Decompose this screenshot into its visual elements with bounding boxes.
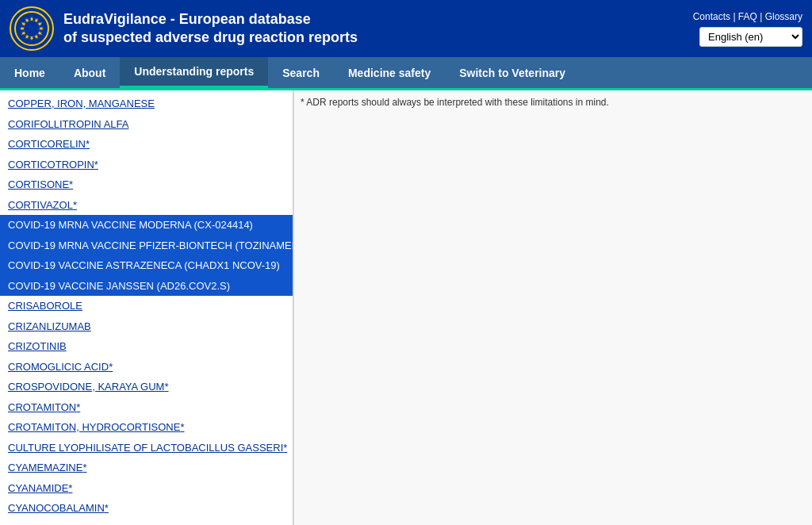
list-item[interactable]: CYANOCOBALAMIN* xyxy=(0,498,293,519)
list-item[interactable]: CRIZANLIZUMAB xyxy=(0,316,293,337)
list-item-text: CULTURE LYOPHILISATE OF LACTOBACILLUS GA… xyxy=(8,442,283,454)
list-item-text: COVID-19 MRNA VACCINE MODERNA (CX-024414… xyxy=(8,219,253,231)
list-item-suffix: * xyxy=(164,381,168,393)
list-item[interactable]: COVID-19 VACCINE ASTRAZENECA (CHADX1 NCO… xyxy=(0,255,293,276)
list-item-text: CROTAMITON, HYDROCORTISONE xyxy=(8,421,180,433)
list-item-text: COVID-19 VACCINE ASTRAZENECA (CHADX1 NCO… xyxy=(8,259,280,271)
list-item-suffix: * xyxy=(283,442,287,454)
list-item-text: CORTICOTROPIN xyxy=(8,159,94,171)
list-item-suffix: * xyxy=(109,361,113,373)
list-item[interactable]: COVID-19 MRNA VACCINE MODERNA (CX-024414… xyxy=(0,215,293,236)
list-item[interactable]: COVID-19 VACCINE JANSSEN (AD26.COV2.S) xyxy=(0,276,293,297)
nav-medicine-safety[interactable]: Medicine safety xyxy=(334,57,445,88)
list-item-text: CORIFOLLITROPIN ALFA xyxy=(8,118,128,130)
right-panel: * ADR reports should always be interpret… xyxy=(293,90,812,525)
list-item-suffix: * xyxy=(73,199,77,211)
list-item[interactable]: CYANOCOBALAMIN, DEXAMETHASONE, KEBUZONE,… xyxy=(0,519,293,526)
list-item[interactable]: CULTURE LYOPHILISATE OF LACTOBACILLUS GA… xyxy=(0,438,293,458)
list-item[interactable]: CROSPOVIDONE, KARAYA GUM* xyxy=(0,377,293,397)
list-item-suffix: * xyxy=(69,178,73,190)
list-item-text: CYAMEMAZINE xyxy=(8,462,82,473)
list-item[interactable]: CORTISONE* xyxy=(0,174,293,195)
list-item-text: CRISABOROLE xyxy=(8,300,82,312)
main-nav: Home About Understanding reports Search … xyxy=(0,57,812,90)
list-item[interactable]: CORTICOTROPIN* xyxy=(0,155,293,175)
header-title: EudraVigilance - European database of su… xyxy=(63,10,358,48)
list-item[interactable]: CROTAMITON, HYDROCORTISONE* xyxy=(0,417,293,438)
header-right: Contacts | FAQ | Glossary English (en) xyxy=(693,11,802,47)
eu-logo xyxy=(10,6,54,51)
nav-understanding-reports[interactable]: Understanding reports xyxy=(120,57,268,88)
list-item-text: COVID-19 MRNA VACCINE PFIZER-BIONTECH (T… xyxy=(8,240,293,251)
list-item-text: CYANAMIDE xyxy=(8,482,68,494)
list-item[interactable]: COPPER, IRON, MANGANESE xyxy=(0,94,293,114)
list-item-text: CROTAMITON xyxy=(8,401,76,413)
list-item-text: CYANOCOBALAMIN xyxy=(8,502,105,514)
nav-about[interactable]: About xyxy=(59,57,120,88)
list-item-text: COVID-19 VACCINE JANSSEN (AD26.COV2.S) xyxy=(8,280,230,292)
list-item-suffix: * xyxy=(76,401,80,413)
faq-link[interactable]: FAQ xyxy=(738,11,757,22)
list-item-text: CROMOGLICIC ACID xyxy=(8,361,109,373)
list-item-suffix: * xyxy=(86,138,90,150)
contacts-link[interactable]: Contacts xyxy=(693,11,730,22)
main-container: COPPER, IRON, MANGANESECORIFOLLITROPIN A… xyxy=(0,90,812,525)
header-left: EudraVigilance - European database of su… xyxy=(10,6,358,51)
list-item[interactable]: CYAMEMAZINE* xyxy=(0,458,293,478)
list-item-text: CRIZANLIZUMAB xyxy=(8,320,91,332)
page-header: EudraVigilance - European database of su… xyxy=(0,0,812,57)
nav-home[interactable]: Home xyxy=(0,57,59,88)
list-item[interactable]: COVID-19 MRNA VACCINE PFIZER-BIONTECH (T… xyxy=(0,236,293,256)
list-item[interactable]: CORTIVAZOL* xyxy=(0,195,293,216)
nav-switch-veterinary[interactable]: Switch to Veterinary xyxy=(445,57,580,88)
list-item-suffix: * xyxy=(82,462,86,473)
list-item-text: CRIZOTINIB xyxy=(8,340,67,352)
language-select[interactable]: English (en) xyxy=(699,27,802,47)
list-item-suffix: * xyxy=(105,502,109,514)
list-item-suffix: * xyxy=(94,159,98,171)
list-item[interactable]: CORIFOLLITROPIN ALFA xyxy=(0,114,293,135)
header-links: Contacts | FAQ | Glossary xyxy=(693,11,802,22)
list-item-text: CORTICORELIN xyxy=(8,138,86,150)
list-item-text: CROSPOVIDONE, KARAYA GUM xyxy=(8,381,164,393)
list-item[interactable]: CRIZOTINIB xyxy=(0,336,293,357)
list-item[interactable]: CROTAMITON* xyxy=(0,397,293,418)
substance-list[interactable]: COPPER, IRON, MANGANESECORIFOLLITROPIN A… xyxy=(0,90,293,525)
list-item[interactable]: CRISABOROLE xyxy=(0,296,293,316)
nav-search[interactable]: Search xyxy=(268,57,334,88)
list-item-text: CYANOCOBALAMIN, DEXAMETHASONE, KEBUZONE,… xyxy=(8,523,293,526)
glossary-link[interactable]: Glossary xyxy=(765,11,802,22)
list-item-suffix: * xyxy=(180,421,184,433)
list-item[interactable]: CORTICORELIN* xyxy=(0,134,293,155)
list-item-suffix: * xyxy=(68,482,72,494)
list-item-text: COPPER, IRON, MANGANESE xyxy=(8,98,155,109)
list-item[interactable]: CYANAMIDE* xyxy=(0,478,293,499)
list-item-text: CORTIVAZOL xyxy=(8,199,73,211)
disclaimer-text: * ADR reports should always be interpret… xyxy=(301,97,806,108)
list-item[interactable]: CROMOGLICIC ACID* xyxy=(0,357,293,377)
list-item-text: CORTISONE xyxy=(8,178,69,190)
